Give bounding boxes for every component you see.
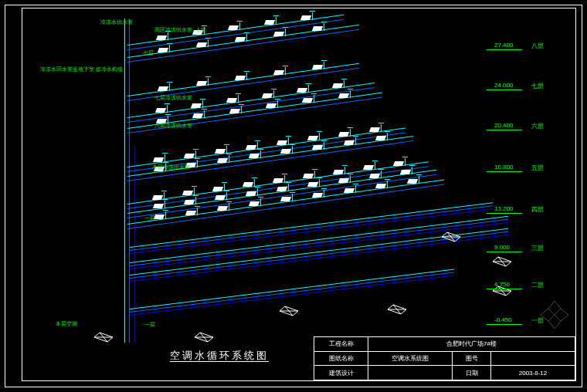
- ahu-symbol: [491, 256, 513, 267]
- fan-coil-unit: [273, 178, 283, 183]
- branch-riser: [164, 192, 165, 200]
- branch-riser: [169, 45, 170, 52]
- branch-riser: [324, 62, 324, 69]
- fan-coil-unit: [369, 127, 380, 132]
- branch-riser: [277, 100, 278, 108]
- elevation-value: 20.400: [494, 122, 513, 129]
- branch-riser: [292, 146, 293, 154]
- branch-riser: [344, 80, 344, 88]
- branch-riser: [195, 197, 196, 204]
- fan-coil-unit: [312, 145, 323, 150]
- branch-riser: [292, 194, 293, 201]
- elevation-tick: [487, 289, 522, 289]
- branch-riser: [167, 105, 168, 113]
- fan-coil-unit: [266, 103, 277, 108]
- fan-coil-unit: [235, 76, 246, 80]
- tb-row2-label: 图纸名称: [314, 352, 368, 367]
- branch-riser: [197, 160, 198, 167]
- branch-riser: [229, 203, 229, 211]
- branch-riser: [260, 198, 261, 206]
- tb-row3-value: [368, 366, 453, 380]
- fan-coil-unit: [184, 154, 195, 158]
- branch-riser: [194, 188, 195, 195]
- branch-riser: [224, 184, 225, 191]
- floor-label: 三层: [531, 244, 544, 252]
- elevation-value: -0.450: [494, 316, 512, 323]
- branch-riser: [197, 208, 198, 215]
- pipe-annotation: 一层: [144, 215, 155, 222]
- fan-coil-unit: [249, 201, 260, 206]
- branch-riser: [195, 150, 196, 158]
- tb-row3-r-value: 2003-8-12: [491, 366, 575, 380]
- elevation-tick: [487, 324, 522, 325]
- branch-riser: [202, 100, 203, 108]
- branch-riser: [419, 176, 419, 184]
- branch-riser: [208, 78, 209, 86]
- branch-riser: [314, 171, 315, 178]
- elevation-tick: [487, 171, 522, 172]
- elevation-value: 24.000: [494, 82, 513, 89]
- fan-coil-unit: [249, 154, 260, 158]
- branch-riser: [165, 201, 165, 208]
- tb-row3-label: 建筑设计: [314, 366, 368, 380]
- branch-riser: [387, 133, 388, 140]
- branch-riser: [355, 185, 356, 193]
- fan-coil-unit: [312, 193, 323, 198]
- watermark-logo: [539, 299, 570, 330]
- fan-coil-unit: [338, 93, 349, 98]
- branch-riser: [238, 95, 239, 103]
- fan-coil-unit: [212, 187, 223, 191]
- branch-riser: [350, 175, 351, 183]
- ahu-symbol: [440, 231, 462, 242]
- tb-row2-value: 空调水系统图: [368, 352, 453, 367]
- tb-row1-value: 合肥时代广场7#楼: [368, 337, 575, 352]
- fan-coil-unit: [302, 98, 313, 103]
- branch-riser: [165, 154, 165, 162]
- branch-riser: [381, 171, 382, 178]
- branch-riser: [226, 192, 227, 200]
- branch-riser: [241, 106, 242, 113]
- fan-coil-unit: [156, 35, 167, 40]
- fan-coil-unit: [300, 15, 311, 20]
- tb-row2-r-label: 图号: [453, 352, 491, 367]
- fan-coil-unit: [312, 65, 323, 69]
- branch-riser: [324, 190, 324, 198]
- ahu-symbol: [386, 304, 408, 315]
- branch-riser: [288, 184, 289, 191]
- branch-riser: [312, 12, 313, 20]
- fan-coil-unit: [312, 26, 323, 31]
- fan-coil-unit: [246, 191, 256, 196]
- drawing-title: 空调水循环系统图: [170, 349, 269, 363]
- branch-riser: [208, 39, 209, 47]
- branch-riser: [381, 124, 382, 132]
- branch-riser: [324, 142, 324, 150]
- branch-riser: [273, 90, 274, 98]
- tb-row2-r-value: [491, 352, 575, 367]
- fan-coil-unit: [273, 70, 284, 75]
- pipe-annotation: 冷冻水供水管: [100, 19, 133, 26]
- elevation-tick: [487, 130, 522, 130]
- branch-riser: [165, 211, 166, 219]
- branch-riser: [319, 179, 320, 187]
- fan-coil-unit: [226, 98, 237, 103]
- fan-coil-unit: [217, 158, 228, 163]
- ahu-symbol: [93, 332, 114, 343]
- elevation-value: 9.000: [494, 244, 510, 251]
- branch-riser: [226, 146, 227, 154]
- title-block: 工程名称 合肥时代广场7#楼 图纸名称 空调水系统图 图号 建筑设计 日期 20…: [314, 336, 576, 381]
- branch-riser: [204, 110, 205, 118]
- branch-riser: [350, 129, 351, 137]
- fan-coil-unit: [338, 178, 349, 183]
- branch-riser: [260, 150, 261, 158]
- fan-coil-unit: [277, 187, 287, 191]
- fan-coil-unit: [217, 206, 228, 211]
- pipe-annotation: 高区冷冻供水管, 上接: [154, 26, 206, 34]
- fan-coil-unit: [228, 25, 239, 30]
- elevation-value: 4.750: [494, 281, 510, 288]
- tb-row1-label: 工程名称: [314, 337, 368, 352]
- branch-riser: [350, 90, 351, 98]
- branch-riser: [387, 181, 388, 188]
- fan-coil-unit: [184, 200, 195, 204]
- fan-coil-unit: [158, 48, 168, 52]
- pipe-annotation: 本层冷冻供水管: [152, 164, 190, 171]
